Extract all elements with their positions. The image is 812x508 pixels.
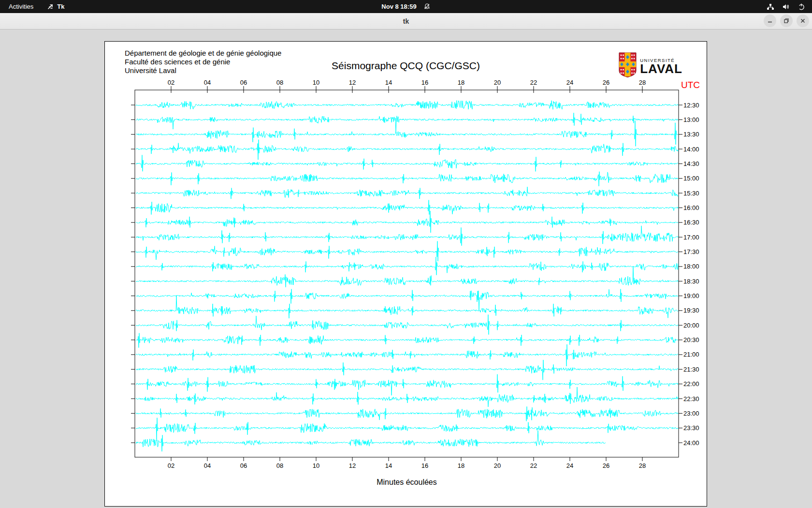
x-tick-label-bottom: 08 — [276, 462, 283, 469]
time-label: 20:00 — [683, 322, 699, 329]
seismo-trace — [136, 241, 678, 261]
time-label: 13:00 — [683, 116, 699, 123]
seismo-trace — [136, 155, 678, 171]
seismo-trace — [136, 387, 678, 407]
seismo-trace — [136, 172, 678, 186]
seismo-trace — [136, 360, 678, 380]
time-label: 18:00 — [683, 263, 699, 270]
seismo-trace — [136, 140, 678, 160]
notifications-disabled-icon — [423, 3, 431, 10]
x-tick-label-top: 02 — [168, 79, 174, 86]
seismo-trace — [136, 333, 678, 348]
tk-app-background: Département de géologie et de génie géol… — [0, 30, 812, 508]
time-label: 14:30 — [683, 160, 699, 167]
seismo-trace — [136, 211, 678, 233]
clock-label: Nov 8 18:59 — [381, 3, 416, 10]
window-title: tk — [0, 13, 812, 29]
seismo-trace — [136, 113, 678, 133]
seismo-trace — [136, 431, 606, 451]
seismo-trace — [136, 187, 678, 199]
seismo-trace — [136, 101, 678, 110]
x-tick-label-bottom: 12 — [349, 462, 356, 469]
seismo-trace — [136, 121, 678, 147]
x-tick-label-top: 28 — [639, 79, 646, 86]
seismo-trace — [136, 406, 678, 421]
x-tick-label-top: 22 — [530, 79, 537, 86]
time-label: 14:00 — [683, 146, 699, 153]
seismo-trace — [136, 226, 678, 246]
power-icon — [798, 3, 805, 11]
x-tick-label-bottom: 22 — [530, 462, 537, 469]
x-tick-label-bottom: 26 — [603, 462, 609, 469]
plot-border — [135, 90, 679, 457]
x-tick-label-top: 04 — [204, 79, 211, 86]
minimize-button[interactable] — [764, 15, 776, 27]
x-tick-label-bottom: 16 — [421, 462, 428, 469]
seismo-trace — [136, 344, 678, 366]
time-label: 16:30 — [683, 219, 699, 226]
time-label: 19:30 — [683, 307, 699, 314]
x-tick-label-bottom: 18 — [458, 462, 464, 469]
seismograph-plot: 0202040406060808101012121414161618182020… — [105, 42, 707, 506]
time-label: 22:30 — [683, 395, 699, 403]
x-tick-label-bottom: 28 — [639, 462, 646, 469]
seismo-trace — [136, 314, 678, 334]
time-label: 16:00 — [683, 204, 699, 211]
time-label: 22:00 — [683, 380, 699, 388]
x-tick-label-bottom: 20 — [494, 462, 501, 469]
x-tick-label-top: 10 — [313, 79, 319, 86]
time-label: 20:30 — [683, 336, 699, 344]
window-title-bar[interactable]: tk — [0, 13, 812, 30]
time-label: 21:00 — [683, 351, 699, 358]
x-tick-label-bottom: 04 — [204, 462, 211, 469]
x-tick-label-top: 14 — [385, 79, 392, 86]
system-tray[interactable] — [767, 0, 805, 13]
x-tick-label-bottom: 14 — [385, 462, 392, 469]
x-axis-label: Minutes écoulées — [377, 478, 437, 486]
x-tick-label-top: 08 — [276, 79, 283, 86]
x-tick-label-top: 26 — [603, 79, 609, 86]
x-tick-label-top: 20 — [494, 79, 501, 86]
x-tick-label-top: 16 — [421, 79, 428, 86]
x-tick-label-top: 18 — [458, 79, 464, 86]
time-label: 15:00 — [683, 175, 699, 182]
time-label: 17:30 — [683, 248, 699, 255]
seismo-trace — [136, 200, 678, 215]
utc-label: UTC — [681, 80, 700, 90]
time-label: 15:30 — [683, 190, 699, 197]
time-label: 24:00 — [683, 439, 699, 447]
time-label: 23:30 — [683, 424, 699, 432]
x-tick-label-top: 24 — [566, 79, 573, 86]
seismo-trace — [136, 289, 678, 311]
x-tick-label-top: 06 — [240, 79, 247, 86]
seismo-trace — [136, 266, 678, 287]
time-label: 23:00 — [683, 410, 699, 417]
x-tick-label-bottom: 10 — [313, 462, 319, 469]
time-label: 19:00 — [683, 292, 699, 299]
close-button[interactable] — [797, 15, 809, 27]
clock-button[interactable]: Nov 8 18:59 — [0, 0, 812, 13]
maximize-button[interactable] — [780, 15, 793, 27]
seismograph-canvas: Département de géologie et de génie géol… — [104, 41, 707, 507]
gnome-top-bar: Activities Tk Nov 8 — [0, 0, 812, 13]
seismo-trace — [136, 295, 678, 318]
seismo-trace — [136, 374, 678, 396]
x-tick-label-bottom: 06 — [240, 462, 247, 469]
x-tick-label-bottom: 24 — [566, 462, 573, 469]
time-label: 13:30 — [683, 131, 699, 138]
time-label: 12:30 — [683, 102, 699, 109]
x-tick-label-top: 12 — [349, 79, 356, 86]
seismo-trace — [136, 418, 678, 440]
time-label: 21:30 — [683, 366, 699, 373]
x-tick-label-bottom: 02 — [168, 462, 174, 469]
desktop-screen: Activities Tk Nov 8 — [0, 0, 812, 508]
network-wired-icon — [767, 3, 774, 11]
volume-icon — [782, 3, 790, 11]
time-label: 18:30 — [683, 278, 699, 285]
seismo-trace — [136, 257, 678, 275]
time-label: 17:00 — [683, 234, 699, 241]
